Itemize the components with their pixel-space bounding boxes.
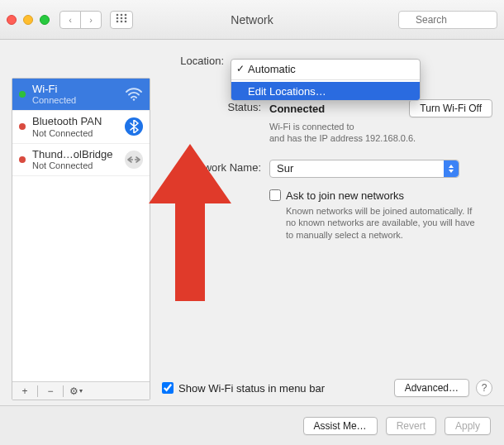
pane-bottom-row: Show Wi-Fi status in menu bar Advanced… … — [162, 372, 492, 400]
svg-point-6 — [116, 21, 119, 23]
svg-point-7 — [121, 21, 123, 23]
svg-point-8 — [125, 21, 127, 23]
location-dropdown-menu: Automatic Edit Locations… — [231, 59, 421, 101]
network-name-value: Sur — [277, 162, 293, 175]
show-in-menubar-input[interactable] — [162, 382, 174, 394]
status-value: Connected — [269, 103, 325, 115]
ask-to-join-checkbox[interactable]: Ask to join new networks — [269, 189, 492, 202]
services-sidebar: Wi-FiConnectedBluetooth PANNot Connected… — [12, 78, 150, 400]
menu-separator — [231, 79, 420, 80]
service-status: Not Connected — [32, 160, 118, 170]
svg-point-11 — [133, 98, 135, 100]
close-window-button[interactable] — [7, 15, 17, 25]
form-grid: Status: Connected Turn Wi-Fi Off Wi-Fi i… — [162, 78, 492, 242]
service-name: Bluetooth PAN — [32, 116, 118, 127]
status-dot-icon — [19, 123, 26, 130]
chevron-right-icon: › — [89, 15, 93, 25]
network-name-select[interactable]: Sur — [269, 160, 459, 178]
zoom-window-button[interactable] — [40, 15, 50, 25]
service-status: Connected — [32, 95, 118, 105]
location-row: Location: Automatic Edit Locations… — [0, 40, 504, 73]
service-actions-button[interactable]: ⚙︎ ▾ — [67, 384, 85, 399]
back-button[interactable]: ‹ — [59, 11, 81, 29]
search-field-wrap — [398, 11, 497, 29]
show-in-menubar-checkbox[interactable]: Show Wi-Fi status in menu bar — [162, 382, 325, 395]
show-in-menubar-label: Show Wi-Fi status in menu bar — [178, 382, 325, 395]
service-status: Not Connected — [32, 128, 118, 138]
ask-to-join-note: Known networks will be joined automatica… — [269, 205, 484, 242]
titlebar: ‹ › Network — [0, 0, 504, 40]
ask-to-join-input[interactable] — [269, 189, 281, 201]
traffic-lights — [7, 15, 50, 25]
revert-button[interactable]: Revert — [386, 417, 436, 435]
gear-icon: ⚙︎ — [69, 385, 78, 397]
status-dot-icon — [19, 91, 26, 98]
help-button[interactable]: ? — [476, 380, 492, 396]
svg-point-0 — [116, 14, 119, 17]
chevron-updown-icon — [444, 160, 459, 177]
service-name: Thund…olBridge — [32, 149, 118, 160]
wifi-icon — [125, 85, 143, 103]
sidebar-item[interactable]: Bluetooth PANNot Connected — [12, 111, 150, 143]
svg-point-2 — [125, 14, 127, 17]
location-option-edit[interactable]: Edit Locations… — [231, 82, 420, 100]
forward-button[interactable]: › — [80, 11, 102, 29]
separator — [63, 385, 64, 397]
toggle-wifi-button[interactable]: Turn Wi-Fi Off — [409, 99, 492, 117]
add-service-button[interactable]: + — [16, 384, 34, 399]
separator — [37, 385, 38, 397]
plus-icon: + — [21, 385, 27, 397]
chevron-down-icon: ▾ — [79, 387, 83, 395]
body-area: Wi-FiConnectedBluetooth PANNot Connected… — [0, 73, 504, 405]
apply-button[interactable]: Apply — [445, 417, 491, 435]
advanced-button[interactable]: Advanced… — [394, 379, 469, 397]
status-label: Status: — [162, 99, 261, 113]
search-input[interactable] — [398, 11, 497, 29]
ask-to-join-label: Ask to join new networks — [286, 189, 404, 202]
status-description: Wi-Fi is connected to and has the IP add… — [269, 121, 492, 145]
service-name: Wi-Fi — [32, 84, 118, 95]
thunderbolt-icon — [125, 151, 143, 169]
status-desc-line2: and has the IP address 192.168.0.6. — [269, 133, 416, 143]
location-option-automatic[interactable]: Automatic — [231, 60, 420, 78]
sidebar-item[interactable]: Wi-FiConnected — [12, 79, 150, 111]
network-name-label: Network Name: — [162, 151, 261, 174]
main-pane: Status: Connected Turn Wi-Fi Off Wi-Fi i… — [162, 78, 492, 400]
assist-me-button[interactable]: Assist Me… — [303, 417, 378, 435]
svg-point-4 — [121, 17, 123, 20]
sidebar-footer: + − ⚙︎ ▾ — [12, 381, 150, 400]
location-label: Location: — [83, 55, 224, 67]
remove-service-button[interactable]: − — [41, 384, 59, 399]
nav-back-forward: ‹ › — [59, 11, 102, 29]
services-list: Wi-FiConnectedBluetooth PANNot Connected… — [12, 79, 150, 381]
grid-icon — [116, 13, 127, 26]
bluetooth-icon — [125, 117, 143, 136]
location-option-edit-label: Edit Locations… — [248, 85, 326, 98]
status-dot-icon — [19, 156, 26, 163]
svg-point-5 — [125, 17, 127, 20]
svg-point-3 — [116, 17, 119, 20]
network-prefpane-window: ‹ › Network — [0, 0, 504, 445]
minus-icon: − — [47, 385, 53, 397]
location-option-automatic-label: Automatic — [248, 63, 296, 75]
help-icon: ? — [482, 382, 487, 394]
status-desc-line1: Wi-Fi is connected to — [269, 122, 354, 132]
window-footer: Assist Me… Revert Apply — [0, 405, 504, 445]
svg-point-1 — [121, 14, 123, 17]
show-all-button[interactable] — [110, 11, 133, 29]
sidebar-item[interactable]: Thund…olBridgeNot Connected — [12, 144, 150, 176]
minimize-window-button[interactable] — [23, 15, 33, 25]
chevron-left-icon: ‹ — [69, 15, 72, 25]
